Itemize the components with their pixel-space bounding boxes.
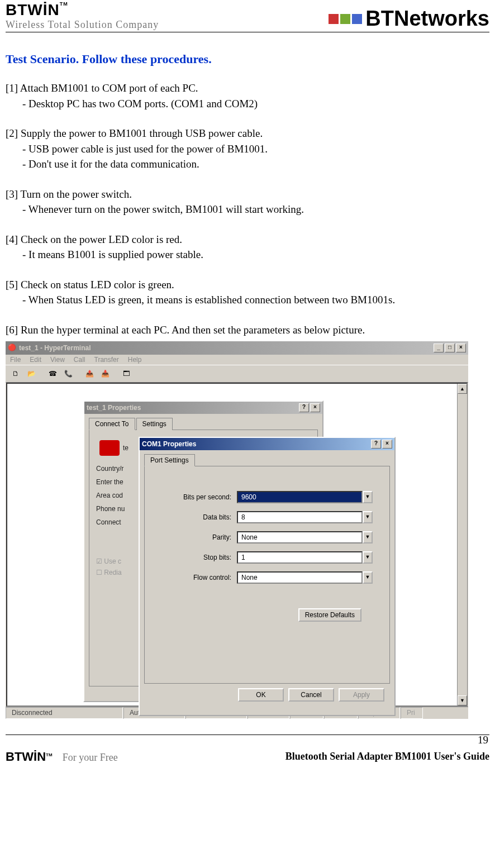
menu-call[interactable]: Call <box>74 356 85 364</box>
page-number: 19 <box>6 734 489 746</box>
ht-menubar: File Edit View Call Transfer Help <box>6 355 468 365</box>
label-databits: Data bits: <box>161 513 237 521</box>
dropdown-databits[interactable]: 8 ▼ <box>237 511 373 523</box>
section-title: Test Scenario. Follow these procedures. <box>6 52 489 66</box>
row-data-bits: Data bits: 8 ▼ <box>161 511 373 523</box>
dropdown-bps[interactable]: 9600 ▼ <box>237 491 373 503</box>
chevron-down-icon[interactable]: ▼ <box>363 531 373 543</box>
step-4-sub: - It means B1001 is supplied power stabl… <box>6 247 489 263</box>
vertical-scrollbar[interactable]: ▲ ▼ <box>457 384 467 705</box>
value-flow: None <box>237 571 363 584</box>
menu-transfer[interactable]: Transfer <box>94 356 119 364</box>
dropdown-flow[interactable]: None ▼ <box>237 571 373 584</box>
chevron-down-icon[interactable]: ▼ <box>363 491 373 503</box>
props-title: test_1 Properties <box>87 404 299 412</box>
step-5-sub: - When Status LED is green, it means is … <box>6 292 489 308</box>
ht-title: test_1 - HyperTerminal <box>19 344 434 352</box>
tab-connect-to[interactable]: Connect To <box>89 418 135 430</box>
menu-edit[interactable]: Edit <box>30 356 41 364</box>
step-4: [4] Check on the power LED color is red.… <box>6 232 489 263</box>
toolbar-properties-icon[interactable]: 🗔 <box>120 368 133 380</box>
tab-settings[interactable]: Settings <box>136 418 173 430</box>
footer-guide-title: Bluetooth Serial Adapter BM1001 User's G… <box>285 751 489 762</box>
menu-view[interactable]: View <box>50 356 65 364</box>
toolbar-open-icon[interactable]: 📂 <box>25 368 38 380</box>
menu-help[interactable]: Help <box>128 356 142 364</box>
close-button[interactable]: × <box>456 344 466 352</box>
ht-app-icon: 🔴 <box>8 344 17 352</box>
square-green-icon <box>340 14 350 24</box>
cancel-button[interactable]: Cancel <box>288 688 334 702</box>
com-close-button[interactable]: × <box>382 440 392 449</box>
logo-squares <box>329 14 362 24</box>
footer-tagline: For your Free <box>63 752 118 764</box>
ht-window-controls: _ □ × <box>434 344 466 352</box>
btwin-wordmark: BTWİNTM <box>6 1 68 19</box>
props-titlebar[interactable]: test_1 Properties ? × <box>84 402 322 414</box>
toolbar-call-icon[interactable]: ☎ <box>46 368 59 380</box>
props-help-button[interactable]: ? <box>299 403 309 412</box>
props-stub-name: te <box>123 444 128 452</box>
toolbar-send-icon[interactable]: 📤 <box>83 368 96 380</box>
menu-file[interactable]: File <box>10 356 21 364</box>
row-stop-bits: Stop bits: 1 ▼ <box>161 551 373 564</box>
com-titlebar[interactable]: COM1 Properties ? × <box>140 438 394 450</box>
btnetworks-wordmark: BTNetworks <box>365 7 489 31</box>
dropdown-parity[interactable]: None ▼ <box>237 531 373 543</box>
ht-toolbar: 🗋 📂 ☎ 📞 📤 📥 🗔 <box>6 365 468 383</box>
footer-left: BTWİNTM For your Free <box>6 750 118 764</box>
square-red-icon <box>329 14 339 24</box>
toolbar-new-icon[interactable]: 🗋 <box>9 368 22 380</box>
step-2-text: [2] Supply the power to BM1001 through U… <box>6 127 263 139</box>
step-5-text: [5] Check on status LED color is green. <box>6 279 174 290</box>
phone-icon <box>99 440 120 456</box>
step-1: [1] Attach BM1001 to COM port of each PC… <box>6 80 489 111</box>
ht-titlebar[interactable]: 🔴 test_1 - HyperTerminal _ □ × <box>6 341 468 355</box>
tab-port-settings[interactable]: Port Settings <box>144 454 195 466</box>
toolbar-receive-icon[interactable]: 📥 <box>98 368 112 380</box>
chevron-down-icon[interactable]: ▼ <box>363 571 373 584</box>
value-bps: 9600 <box>237 491 363 503</box>
props-close-button[interactable]: × <box>310 403 320 412</box>
chevron-down-icon[interactable]: ▼ <box>363 551 373 564</box>
ok-button[interactable]: OK <box>238 688 284 702</box>
restore-defaults-button[interactable]: Restore Defaults <box>298 608 361 622</box>
com1-properties-dialog: COM1 Properties ? × Port Settings Bits p… <box>139 437 396 716</box>
minimize-button[interactable]: _ <box>434 344 444 352</box>
page-header: BTWİNTM Wireless Total Solution Company … <box>6 1 489 32</box>
step-1-sub: - Desktop PC has two COM ports. (COM1 an… <box>6 96 489 112</box>
step-2: [2] Supply the power to BM1001 through U… <box>6 126 489 172</box>
scroll-up-icon[interactable]: ▲ <box>458 384 467 394</box>
chevron-down-icon[interactable]: ▼ <box>363 511 373 523</box>
step-1-text: [1] Attach BM1001 to COM port of each PC… <box>6 82 198 94</box>
row-flow-control: Flow control: None ▼ <box>161 571 373 584</box>
com-button-row: OK Cancel Apply <box>144 684 390 706</box>
square-blue-icon <box>352 14 362 24</box>
scroll-down-icon[interactable]: ▼ <box>458 695 467 705</box>
value-stopbits: 1 <box>237 551 363 564</box>
com-help-button[interactable]: ? <box>371 440 381 449</box>
step-3: [3] Turn on the power switch. - Whenever… <box>6 187 489 217</box>
btnetworks-logo: BTNetworks <box>329 7 489 31</box>
maximize-button[interactable]: □ <box>445 344 455 352</box>
com-title: COM1 Properties <box>142 440 371 448</box>
step-2-sub-b: - Don't use it for the data communicatio… <box>6 156 489 172</box>
apply-button[interactable]: Apply <box>339 688 384 702</box>
step-6-text: [6] Run the hyper terminal at each PC. A… <box>6 324 365 336</box>
status-connected: Disconnected <box>6 707 123 719</box>
label-stopbits: Stop bits: <box>161 554 237 561</box>
value-databits: 8 <box>237 511 363 523</box>
step-2-sub-a: - USB power cable is just used for the p… <box>6 141 489 157</box>
label-parity: Parity: <box>161 533 237 541</box>
hyperterminal-window: 🔴 test_1 - HyperTerminal _ □ × File Edit… <box>6 341 468 719</box>
value-parity: None <box>237 531 363 543</box>
toolbar-hangup-icon[interactable]: 📞 <box>61 368 75 380</box>
row-bits-per-second: Bits per second: 9600 ▼ <box>161 491 373 503</box>
step-3-text: [3] Turn on the power switch. <box>6 188 132 200</box>
dropdown-stopbits[interactable]: 1 ▼ <box>237 551 373 564</box>
btwin-logo: BTWİNTM Wireless Total Solution Company <box>6 1 159 31</box>
ht-content-area: ▲ ▼ test_1 Properties ? × Connect To Set… <box>6 383 468 707</box>
label-bps: Bits per second: <box>161 493 237 501</box>
row-parity: Parity: None ▼ <box>161 531 373 543</box>
header-tagline: Wireless Total Solution Company <box>6 19 159 31</box>
